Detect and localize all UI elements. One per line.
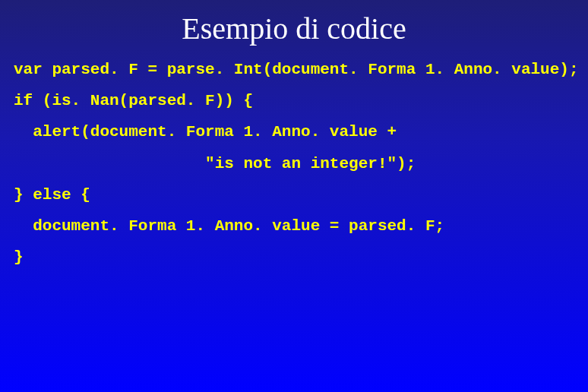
code-line: alert(document. Forma 1. Anno. value + — [14, 116, 574, 147]
code-line: "is not an integer!"); — [14, 148, 574, 179]
code-line: document. Forma 1. Anno. value = parsed.… — [14, 210, 574, 242]
code-line: if (is. Nan(parsed. F)) { — [14, 85, 574, 116]
code-line: } — [14, 242, 574, 273]
slide-title: Esempio di codice — [0, 0, 588, 54]
code-line: } else { — [14, 179, 574, 210]
code-line: var parsed. F = parse. Int(document. For… — [14, 54, 574, 85]
code-block: var parsed. F = parse. Int(document. For… — [0, 54, 588, 273]
